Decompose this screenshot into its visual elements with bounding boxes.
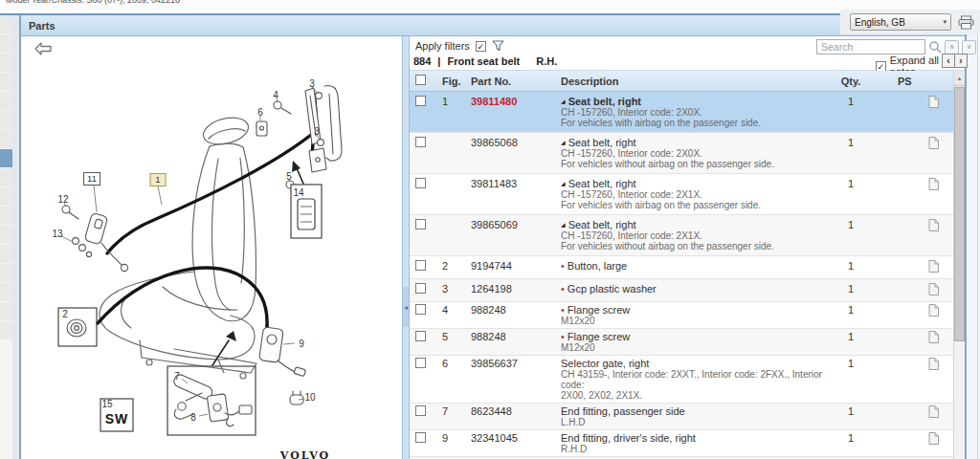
print-button[interactable] xyxy=(958,15,974,30)
nav-strip-row[interactable] xyxy=(0,168,12,186)
part-number[interactable]: 39811483 xyxy=(469,178,561,210)
part-number[interactable]: 988248 xyxy=(469,331,561,353)
row-checkbox[interactable] xyxy=(415,178,426,188)
scroll-up-button[interactable]: ▴ xyxy=(954,71,965,86)
part-number[interactable]: 39856637 xyxy=(469,358,561,401)
part-number[interactable]: 1264198 xyxy=(469,283,561,297)
header-ps[interactable]: PS xyxy=(873,76,953,87)
row-checkbox[interactable] xyxy=(415,283,426,294)
description-cell: •Gcp plastic washer xyxy=(561,283,829,297)
nav-strip-row[interactable] xyxy=(0,264,12,282)
nav-strip-row[interactable] xyxy=(0,130,12,148)
row-checkbox[interactable] xyxy=(415,304,426,315)
part-title-line: Selector gate, right xyxy=(561,358,829,369)
table-row[interactable]: 31264198•Gcp plastic washer1 xyxy=(410,279,953,302)
search-input[interactable] xyxy=(816,39,925,55)
nav-strip-row[interactable] xyxy=(0,226,12,244)
nav-strip-row[interactable] xyxy=(0,187,12,206)
part-number[interactable]: 32341045 xyxy=(469,432,561,454)
row-checkbox[interactable] xyxy=(415,137,426,147)
diagram-callout-1[interactable]: 1 xyxy=(150,173,167,186)
note-icon[interactable] xyxy=(928,96,939,108)
table-row[interactable]: 78623448End fitting, passenger sideL.H.D… xyxy=(410,404,953,430)
row-checkbox[interactable] xyxy=(415,96,426,106)
row-checkbox[interactable] xyxy=(415,331,426,341)
apply-filters-checkbox[interactable]: ✓ xyxy=(476,41,486,52)
select-all-checkbox[interactable] xyxy=(415,75,426,85)
row-checkbox[interactable] xyxy=(415,219,426,230)
diagram-callout-11[interactable]: 11 xyxy=(83,172,100,186)
nav-strip-row[interactable] xyxy=(0,73,12,91)
nav-strip-row[interactable] xyxy=(0,245,12,263)
table-row[interactable]: 932341045End fitting, driver's side, rig… xyxy=(410,430,953,457)
nav-strip-row[interactable] xyxy=(0,54,12,72)
nav-strip-row[interactable] xyxy=(0,149,12,167)
fig-cell: 6 xyxy=(436,358,469,401)
search-prev-button[interactable]: ∧ xyxy=(945,40,959,55)
language-select[interactable]: English, GB ▾ xyxy=(850,13,951,31)
note-page-icon xyxy=(928,331,939,343)
note-icon[interactable] xyxy=(928,219,939,231)
filter-funnel-icon[interactable] xyxy=(492,40,504,52)
table-row[interactable]: 39865068◢Seat belt, rightCH -157260, Int… xyxy=(410,133,953,174)
table-row[interactable]: 639856637Selector gate, rightCH 43159-, … xyxy=(410,356,953,404)
notes-prev-button[interactable]: ‹ xyxy=(942,54,955,68)
table-row[interactable]: 29194744•Button, large1 xyxy=(410,256,953,279)
search-next-button[interactable]: ∨ xyxy=(962,40,976,55)
nav-strip-row[interactable] xyxy=(0,207,12,225)
table-row[interactable]: 4988248•Flange screwM12x201 xyxy=(410,302,953,329)
search-button[interactable] xyxy=(928,40,942,54)
note-icon[interactable] xyxy=(928,331,939,343)
row-checkbox[interactable] xyxy=(415,432,426,443)
part-number[interactable]: 39865069 xyxy=(469,219,561,251)
part-number[interactable]: 39811480 xyxy=(469,96,561,128)
nav-strip-row[interactable] xyxy=(0,92,12,110)
expand-all-notes-checkbox[interactable]: ✓ xyxy=(876,61,886,72)
part-number[interactable]: 9194744 xyxy=(469,260,561,274)
scrollbar-thumb[interactable] xyxy=(954,87,965,341)
nav-strip-row[interactable] xyxy=(0,283,12,301)
notes-next-button[interactable]: › xyxy=(954,54,968,68)
nav-strip-row[interactable] xyxy=(0,15,12,33)
note-icon[interactable] xyxy=(928,304,939,317)
table-row[interactable]: 139811480◢Seat belt, rightCH -157260, In… xyxy=(410,92,953,133)
expanded-marker-icon[interactable]: ◢ xyxy=(561,222,566,228)
ps-cell xyxy=(873,260,953,274)
part-number[interactable]: 988248 xyxy=(469,304,561,326)
row-checkbox[interactable] xyxy=(415,358,426,368)
note-icon[interactable] xyxy=(928,260,939,273)
nav-strip-row[interactable] xyxy=(0,302,12,320)
note-icon[interactable] xyxy=(928,137,939,149)
part-number[interactable]: 8623448 xyxy=(469,405,561,427)
table-row[interactable]: 39811483◢Seat belt, rightCH -157260, Int… xyxy=(410,174,953,215)
table-row[interactable]: 5988248•Flange screwM12x201 xyxy=(410,329,953,356)
expanded-marker-icon[interactable]: ◢ xyxy=(561,181,566,186)
note-page-icon xyxy=(928,358,939,370)
fig-cell xyxy=(436,178,469,210)
note-icon[interactable] xyxy=(928,358,939,370)
note-icon[interactable] xyxy=(928,283,939,295)
header-fig[interactable]: Fig. xyxy=(436,76,469,87)
note-icon[interactable] xyxy=(928,178,939,190)
row-checkbox[interactable] xyxy=(415,260,426,271)
pane-splitter[interactable]: ◂ xyxy=(402,36,410,459)
expanded-marker-icon[interactable]: ◢ xyxy=(561,98,566,104)
section-title: Front seat belt xyxy=(447,55,520,67)
nav-strip-row[interactable] xyxy=(0,34,12,53)
header-description[interactable]: Description xyxy=(561,76,829,87)
note-icon[interactable] xyxy=(928,432,939,445)
splitter-collapse-handle[interactable]: ◂ xyxy=(403,287,409,327)
expanded-marker-icon[interactable]: ◢ xyxy=(561,140,566,145)
ps-cell xyxy=(873,331,953,353)
part-number[interactable]: 39865068 xyxy=(469,137,561,169)
header-qty[interactable]: Qty. xyxy=(829,76,873,87)
checkbox-cell xyxy=(410,260,436,274)
note-icon[interactable] xyxy=(928,405,939,418)
table-row[interactable]: 39865069◢Seat belt, rightCH -157260, Int… xyxy=(410,215,953,256)
row-checkbox[interactable] xyxy=(415,405,426,416)
header-part-no[interactable]: Part No. xyxy=(469,76,561,87)
vertical-scrollbar[interactable]: ▴ xyxy=(953,71,965,459)
nav-strip-row[interactable] xyxy=(0,321,12,339)
nav-strip-row[interactable] xyxy=(0,111,12,129)
back-button[interactable] xyxy=(34,42,52,55)
